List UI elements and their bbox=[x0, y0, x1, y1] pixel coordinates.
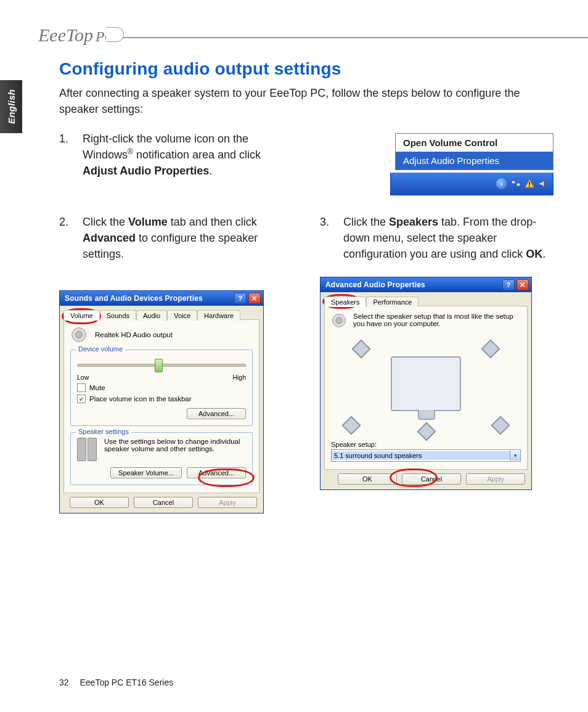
dialog-footer: OK Cancel Apply bbox=[63, 493, 259, 509]
speaker-settings-group: Speaker settings Use the settings below … bbox=[70, 432, 253, 485]
place-icon-checkbox[interactable]: ✔ Place volume icon in the taskbar bbox=[77, 395, 246, 403]
speaker-device-icon bbox=[70, 326, 88, 343]
device-volume-group: Device volume Low High Mute bbox=[70, 350, 253, 426]
tab-panel: Realtek HD Audio output Device volume Lo… bbox=[63, 319, 259, 493]
tab-speakers[interactable]: Speakers bbox=[324, 297, 366, 307]
svg-rect-3 bbox=[529, 182, 530, 185]
ok-button[interactable]: OK bbox=[338, 473, 397, 485]
speaker-settings-text: Use the settings below to change individ… bbox=[104, 438, 246, 462]
ok-button[interactable]: OK bbox=[70, 497, 129, 508]
slider-low: Low bbox=[77, 374, 89, 381]
tab-panel: Select the speaker setup that is most li… bbox=[324, 306, 528, 470]
registered-mark: ® bbox=[128, 147, 133, 156]
tab-label: Audio bbox=[143, 312, 160, 319]
page-heading: Configuring audio output settings bbox=[59, 59, 553, 79]
speaker-cube-icon bbox=[481, 340, 500, 359]
speaker-setup-illustration bbox=[331, 331, 521, 436]
speaker-cube-icon bbox=[491, 416, 510, 435]
cancel-button[interactable]: Cancel bbox=[402, 473, 461, 485]
cancel-button[interactable]: Cancel bbox=[134, 497, 193, 508]
titlebar-help-button[interactable]: ? bbox=[502, 279, 515, 290]
speaker-advanced-button[interactable]: Advanced... bbox=[187, 467, 246, 478]
svg-marker-5 bbox=[539, 180, 544, 187]
speaker-device-icon bbox=[331, 313, 347, 329]
tray-expand-icon[interactable]: ‹ bbox=[496, 178, 507, 189]
step-3-text: Click the Speakers tab. From the drop-do… bbox=[343, 214, 553, 262]
speaker-setup-dropdown[interactable]: 5.1 surround sound speakers ▾ bbox=[331, 449, 521, 462]
speaker-cube-icon bbox=[417, 422, 436, 441]
apply-button[interactable]: Apply bbox=[466, 473, 525, 485]
mute-label: Mute bbox=[89, 384, 105, 391]
titlebar-close-button[interactable]: ✕ bbox=[517, 279, 529, 290]
s2b2: Advanced bbox=[83, 232, 136, 244]
menu-open-volume-control[interactable]: Open Volume Control bbox=[396, 134, 553, 152]
tab-hardware[interactable]: Hardware bbox=[197, 310, 240, 321]
device-name: Realtek HD Audio output bbox=[95, 331, 173, 338]
menu-item-label: Adjust Audio Properties bbox=[403, 155, 499, 166]
tray-volume-icon[interactable] bbox=[538, 179, 548, 189]
device-advanced-button[interactable]: Advanced... bbox=[187, 408, 246, 419]
tab-volume[interactable]: Volume bbox=[63, 310, 100, 321]
s3b1: Speakers bbox=[389, 216, 438, 228]
mute-checkbox[interactable]: Mute bbox=[77, 383, 246, 392]
step-2: 2. Click the Volume tab and then click A… bbox=[59, 214, 293, 262]
svg-point-9 bbox=[336, 318, 342, 324]
s2a: Click the bbox=[83, 216, 128, 228]
tab-voice[interactable]: Voice bbox=[167, 310, 197, 321]
sounds-audio-dialog: Sounds and Audio Devices Properties ? ✕ … bbox=[59, 290, 264, 514]
s2b1: Volume bbox=[128, 216, 168, 228]
menu-adjust-audio-properties[interactable]: Adjust Audio Properties bbox=[396, 152, 553, 170]
tray-network-icon[interactable] bbox=[511, 179, 521, 189]
step1-b: notification area and click bbox=[133, 149, 261, 161]
taskbar-snippet: ‹ bbox=[390, 173, 553, 195]
doc-title: EeeTop PC ET16 Series bbox=[80, 677, 173, 687]
checkbox-box: ✔ bbox=[77, 395, 86, 403]
titlebar-close-button[interactable]: ✕ bbox=[248, 293, 261, 304]
chevron-down-icon: ▾ bbox=[510, 451, 520, 460]
step-1: 1. Right-click the volume icon on the Wi… bbox=[59, 131, 293, 179]
svg-rect-1 bbox=[517, 183, 520, 186]
slider-high: High bbox=[232, 374, 246, 381]
advanced-audio-dialog: Advanced Audio Properties ? ✕ Speakers P… bbox=[320, 277, 532, 490]
tab-label: Speakers bbox=[331, 298, 359, 306]
dialog-tabs: Volume Sounds Audio Voice Hardware bbox=[63, 309, 259, 320]
dropdown-value: 5.1 surround sound speakers bbox=[332, 451, 510, 460]
speaker-volume-button[interactable]: Speaker Volume... bbox=[110, 467, 182, 478]
menu-item-label: Open Volume Control bbox=[403, 137, 497, 148]
brand-name: EeeTop bbox=[38, 25, 93, 45]
group-legend: Speaker settings bbox=[76, 428, 131, 435]
page-content: Configuring audio output settings After … bbox=[59, 59, 553, 514]
tab-sounds[interactable]: Sounds bbox=[100, 310, 136, 321]
checkbox-box bbox=[77, 383, 86, 392]
svg-rect-4 bbox=[529, 186, 530, 187]
volume-slider[interactable] bbox=[77, 358, 246, 372]
tab-performance[interactable]: Performance bbox=[366, 297, 419, 307]
place-icon-label: Place volume icon in the taskbar bbox=[89, 395, 192, 403]
page-number: 32 bbox=[59, 677, 69, 687]
tab-audio[interactable]: Audio bbox=[136, 310, 167, 321]
speaker-instruction: Select the speaker setup that is most li… bbox=[353, 313, 521, 329]
tab-label: Hardware bbox=[204, 312, 234, 319]
dialog-titlebar[interactable]: Sounds and Audio Devices Properties ? ✕ bbox=[60, 291, 263, 306]
apply-button[interactable]: Apply bbox=[198, 497, 257, 508]
dialog-title: Advanced Audio Properties bbox=[325, 280, 425, 289]
language-label: English bbox=[6, 89, 17, 124]
speaker-setup-label: Speaker setup: bbox=[331, 441, 521, 448]
dialog-titlebar[interactable]: Advanced Audio Properties ? ✕ bbox=[321, 277, 531, 292]
tab-label: Sounds bbox=[107, 312, 129, 319]
tray-warning-icon[interactable] bbox=[525, 179, 534, 189]
group-legend: Device volume bbox=[76, 345, 125, 353]
brand-rule bbox=[118, 37, 588, 38]
brand-rule-cap bbox=[106, 27, 124, 42]
tab-label: Voice bbox=[174, 312, 190, 319]
step-2-text: Click the Volume tab and then click Adva… bbox=[83, 214, 293, 262]
tab-label: Volume bbox=[70, 312, 93, 319]
svg-rect-0 bbox=[512, 181, 515, 184]
step-number: 3. bbox=[320, 214, 332, 262]
context-menu: Open Volume Control Adjust Audio Propert… bbox=[395, 133, 553, 170]
titlebar-help-button[interactable]: ? bbox=[234, 293, 247, 304]
step-3: 3. Click the Speakers tab. From the drop… bbox=[320, 214, 553, 262]
step1-bold: Adjust Audio Properties bbox=[83, 165, 209, 177]
tab-label: Performance bbox=[373, 298, 412, 306]
speakers-icon bbox=[77, 438, 98, 462]
